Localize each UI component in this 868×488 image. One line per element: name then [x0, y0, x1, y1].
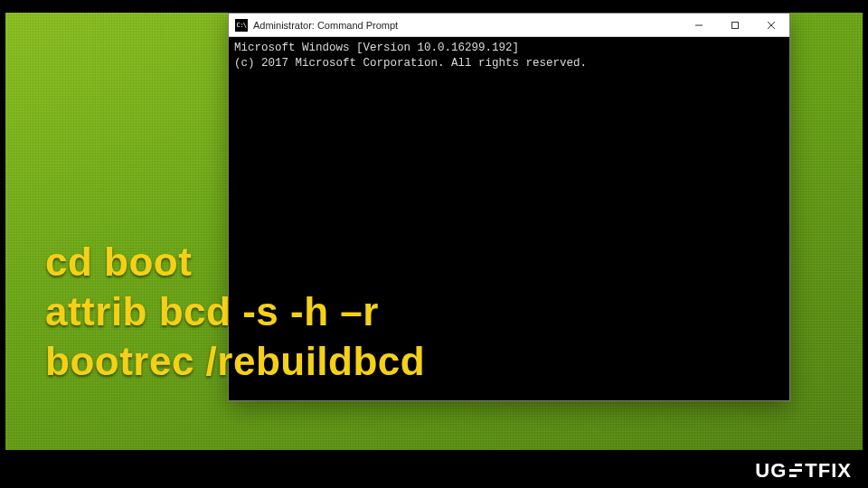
watermark-post: TFIX [805, 459, 852, 483]
maximize-button[interactable] [717, 14, 753, 36]
overlay-line-1: cd boot [45, 237, 425, 286]
window-controls [681, 14, 789, 36]
watermark-bars-icon [789, 464, 802, 477]
terminal-line-2: (c) 2017 Microsoft Corporation. All righ… [234, 57, 587, 70]
close-button[interactable] [753, 14, 789, 36]
watermark-logo: UG TFIX [755, 459, 852, 483]
screenshot-canvas: C:\ Administrator: Command Prompt Micros… [0, 0, 868, 488]
window-title: Administrator: Command Prompt [253, 20, 681, 31]
svg-rect-1 [732, 22, 739, 28]
frame-right [863, 0, 868, 488]
minimize-icon [694, 21, 703, 30]
watermark-pre: UG [755, 459, 787, 483]
close-icon [767, 21, 776, 30]
minimize-button[interactable] [681, 14, 717, 36]
overlay-line-2: attrib bcd -s -h –r [45, 286, 425, 336]
overlay-commands: cd boot attrib bcd -s -h –r bootrec /reb… [45, 237, 425, 386]
maximize-icon [731, 21, 740, 30]
cmd-icon: C:\ [235, 19, 248, 32]
overlay-line-3: bootrec /rebuildbcd [45, 336, 425, 386]
frame-left [0, 0, 5, 488]
terminal-line-1: Microsoft Windows [Version 10.0.16299.19… [234, 42, 519, 54]
window-titlebar[interactable]: C:\ Administrator: Command Prompt [229, 14, 789, 37]
